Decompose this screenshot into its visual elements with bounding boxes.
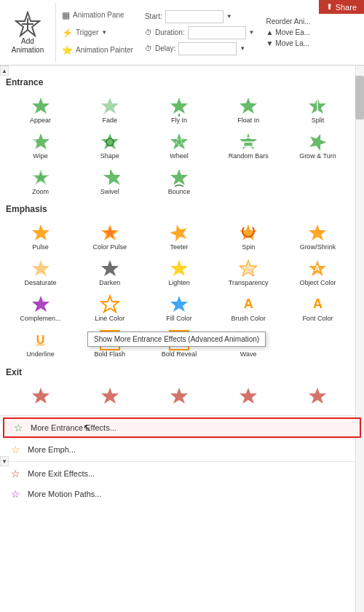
animation-split[interactable]: Split bbox=[283, 93, 352, 128]
object-color-icon: A bbox=[307, 259, 328, 279]
animation-line-color[interactable]: Line Color bbox=[75, 291, 144, 326]
move-earlier-button[interactable]: ▲ Move Ea... bbox=[266, 27, 310, 38]
animation-zoom[interactable]: Zoom bbox=[6, 165, 75, 199]
animation-fill-color[interactable]: Fill Color bbox=[144, 291, 213, 326]
more-emphasis-button[interactable]: ☆ More Emph... bbox=[0, 439, 364, 460]
trigger-label[interactable]: Trigger bbox=[76, 28, 98, 36]
trigger-row[interactable]: ⚡ Trigger ▼ bbox=[62, 25, 133, 41]
animation-pulse[interactable]: Pulse bbox=[6, 220, 75, 254]
animation-wheel[interactable]: Wheel bbox=[144, 129, 213, 163]
bottom-menu: ☆ More Entrance Effects... ↖ ☆ More Emph… bbox=[0, 415, 364, 504]
wipe-icon bbox=[31, 132, 51, 152]
exit-2-icon bbox=[100, 386, 120, 407]
timing-section: Start: ▼ ⏱ Duration: ▼ ⏱ Delay: ▼ bbox=[139, 3, 261, 62]
animation-desaturate[interactable]: Desaturate bbox=[6, 256, 75, 290]
shape-icon bbox=[100, 132, 120, 152]
transparency-icon bbox=[238, 259, 258, 279]
more-motion-label: More Motion Paths... bbox=[28, 490, 102, 498]
float-in-label: Float In bbox=[237, 117, 259, 125]
add-animation-label: Add Animation bbox=[9, 37, 47, 55]
teeter-label: Teeter bbox=[170, 243, 188, 251]
svg-marker-44 bbox=[32, 388, 50, 404]
animation-underline[interactable]: U Underline bbox=[6, 327, 75, 361]
trigger-icon: ⚡ bbox=[62, 28, 73, 38]
underline-icon: U bbox=[31, 330, 51, 350]
scrollbar-thumb[interactable] bbox=[355, 76, 364, 119]
more-entrance-label: More Entrance Effects... bbox=[31, 423, 116, 432]
more-entrance-effects-button[interactable]: ☆ More Entrance Effects... ↖ bbox=[3, 417, 361, 438]
svg-marker-48 bbox=[309, 388, 326, 404]
animation-transparency[interactable]: Transparency bbox=[214, 256, 283, 290]
darken-label: Darken bbox=[99, 279, 120, 287]
animation-bounce[interactable]: Bounce bbox=[144, 165, 213, 199]
animation-teeter[interactable]: Teeter bbox=[144, 220, 213, 254]
reorder-section: Reorder Ani... ▲ Move Ea... ▼ Move La... bbox=[260, 3, 316, 62]
scroll-up-button[interactable]: ▲ bbox=[0, 66, 9, 76]
animation-wipe[interactable]: Wipe bbox=[6, 129, 75, 163]
svg-marker-35 bbox=[101, 260, 119, 276]
animation-exit-1[interactable] bbox=[6, 383, 75, 409]
line-color-icon bbox=[100, 294, 120, 315]
more-exit-icon: ☆ bbox=[9, 468, 22, 479]
share-button[interactable]: ⬆ Share bbox=[319, 0, 364, 14]
animation-pane-label[interactable]: Animation Pane bbox=[73, 11, 124, 19]
duration-row: ⏱ Duration: ▼ bbox=[145, 26, 255, 39]
animation-random-bars[interactable]: Random Bars bbox=[214, 129, 283, 163]
grow-shrink-icon bbox=[307, 223, 328, 243]
complement-icon bbox=[31, 294, 51, 315]
desaturate-label: Desaturate bbox=[25, 279, 57, 287]
svg-marker-5 bbox=[170, 98, 188, 114]
appear-label: Appear bbox=[30, 117, 51, 125]
tooltip-more-entrance: Show More Entrance Effects (Advanced Ani… bbox=[87, 332, 266, 347]
animation-darken[interactable]: Darken bbox=[75, 256, 144, 290]
animation-painter-label[interactable]: Animation Painter bbox=[76, 46, 133, 54]
animation-appear[interactable]: Appear bbox=[6, 93, 75, 128]
animation-object-color[interactable]: A Object Color bbox=[283, 256, 352, 290]
animation-grow-shrink[interactable]: Grow/Shrink bbox=[283, 220, 352, 254]
delay-input[interactable] bbox=[178, 42, 237, 55]
move-later-button[interactable]: ▼ Move La... bbox=[266, 38, 310, 49]
duration-label: Duration: bbox=[155, 28, 185, 36]
animation-float-in[interactable]: Float In bbox=[214, 93, 283, 128]
add-animation-button[interactable]: Add Animation bbox=[6, 8, 50, 58]
fill-color-label: Fill Color bbox=[166, 315, 192, 323]
animation-fly-in[interactable]: Fly In bbox=[144, 93, 213, 128]
grow-turn-label: Grow & Turn bbox=[299, 152, 336, 160]
start-input[interactable] bbox=[165, 10, 223, 23]
brush-color-icon: A bbox=[238, 294, 258, 315]
animation-spin[interactable]: Spin bbox=[214, 220, 283, 254]
font-color-icon: A bbox=[307, 294, 328, 315]
more-motion-paths-button[interactable]: ☆ More Motion Paths... bbox=[0, 484, 364, 504]
animation-lighten[interactable]: Lighten bbox=[144, 256, 213, 290]
animation-exit-3[interactable] bbox=[144, 383, 213, 409]
animation-painter-row[interactable]: ⭐ Animation Painter bbox=[62, 42, 133, 58]
more-exit-effects-button[interactable]: ☆ More Exit Effects... bbox=[0, 463, 364, 484]
animation-font-color[interactable]: A Font Color bbox=[283, 291, 352, 326]
move-earlier-icon: ▲ bbox=[266, 28, 273, 36]
animation-pane-row[interactable]: ▦ Animation Pane bbox=[62, 7, 133, 23]
animation-grow-turn[interactable]: Grow & Turn bbox=[283, 129, 352, 163]
svg-marker-27 bbox=[32, 224, 50, 240]
svg-marker-45 bbox=[101, 388, 119, 404]
animation-swivel[interactable]: Swivel bbox=[75, 165, 144, 199]
svg-marker-13 bbox=[101, 133, 119, 149]
animation-exit-5[interactable] bbox=[283, 383, 352, 409]
animation-shape[interactable]: Shape bbox=[75, 129, 144, 163]
bounce-label: Bounce bbox=[168, 188, 191, 196]
animation-fade[interactable]: Fade bbox=[75, 93, 144, 128]
float-in-icon bbox=[238, 96, 258, 117]
animation-exit-2[interactable] bbox=[75, 383, 144, 409]
animation-complement[interactable]: Complemen... bbox=[6, 291, 75, 326]
duration-input[interactable] bbox=[188, 26, 246, 39]
svg-marker-46 bbox=[170, 388, 188, 404]
scrollbar-track bbox=[355, 66, 364, 612]
duration-arrow: ▼ bbox=[249, 29, 255, 36]
delay-row: ⏱ Delay: ▼ bbox=[145, 42, 255, 55]
animation-exit-4[interactable] bbox=[214, 383, 283, 409]
animation-color-pulse[interactable]: Color Pulse bbox=[75, 220, 144, 254]
exit-5-icon bbox=[307, 386, 328, 407]
svg-marker-43 bbox=[170, 296, 188, 312]
wheel-icon bbox=[169, 132, 189, 152]
animation-brush-color[interactable]: A Brush Color bbox=[214, 291, 283, 326]
zoom-icon bbox=[31, 168, 51, 188]
